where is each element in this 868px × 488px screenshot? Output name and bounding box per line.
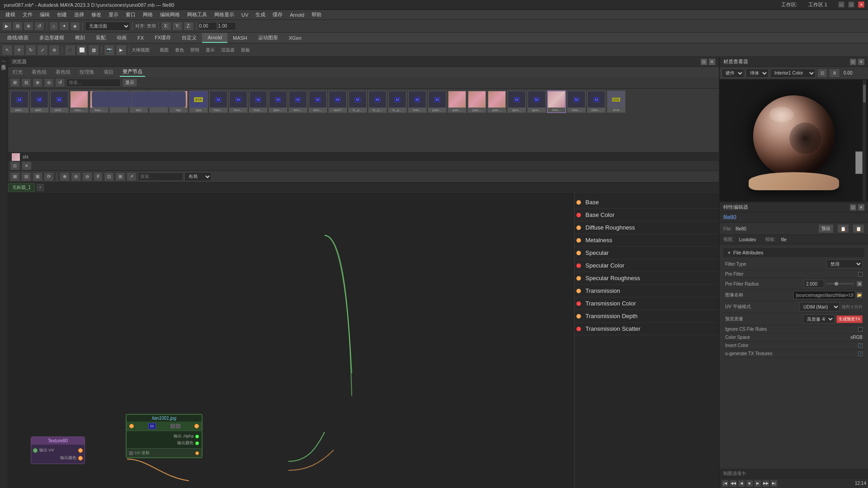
thumb-lxp2[interactable]: Mlx_p... (368, 90, 387, 113)
attr-paste-btn[interactable]: 📋 (853, 224, 864, 233)
attr-specular-dot[interactable] (576, 251, 581, 255)
select-tool-icon[interactable]: ↖ (2, 45, 13, 56)
ne-float-btn[interactable]: ⊡ (10, 161, 20, 170)
preview-scroll-thumb[interactable] (863, 84, 866, 103)
tab-poly[interactable]: 多边形建模 (34, 33, 70, 43)
node-canvas[interactable]: Texture80 输出 UV 输出颜色 (8, 192, 719, 488)
menu-file[interactable]: 文件 (19, 10, 36, 19)
ne-btn-6[interactable]: ⊘ (71, 172, 81, 181)
browser-tab-lights[interactable]: 灯光 (10, 68, 25, 76)
ne-add-tab-btn[interactable]: + (37, 184, 44, 191)
thumb-she[interactable]: Mshe... (567, 90, 586, 113)
attr-transmission-depth-dot[interactable] (576, 314, 581, 319)
thumb-lxp3[interactable]: Mlx_p... (388, 90, 407, 113)
ne-tab-1[interactable]: 无标题_1 (8, 183, 35, 192)
attr-base-color-dot[interactable] (576, 213, 581, 217)
browser-close-btn[interactable]: ✕ (709, 59, 715, 65)
thumb-aim1[interactable]: MaiM... (10, 90, 29, 113)
thumb-han[interactable]: Mhan... (209, 90, 228, 113)
ne-btn-3[interactable]: ⊠ (33, 172, 42, 181)
ne-btn-11[interactable]: ↗ (127, 172, 137, 181)
toolbar-btn-4[interactable]: ↺ (34, 22, 44, 31)
tab-rig[interactable]: 装配 (90, 33, 111, 43)
ne-btn-10[interactable]: ⊞ (115, 172, 125, 181)
browser-tab-textureset[interactable]: 纹理集 (77, 68, 97, 76)
pb-start-btn[interactable]: |◀ (722, 480, 729, 487)
ipr-icon[interactable]: ⬜ (76, 45, 87, 56)
ne-btn-7[interactable]: ⊖ (82, 172, 92, 181)
thumb-hue[interactable]: Mhue... (249, 90, 268, 113)
thumb-sha[interactable]: sha... (547, 90, 566, 113)
toolbar-axis-z[interactable]: Z: (184, 22, 194, 31)
tab-xgen[interactable]: XGen (283, 33, 307, 43)
mat-type-select[interactable]: 硬件 (722, 69, 744, 78)
toolbar-btn-5[interactable]: ⌂ (49, 22, 58, 31)
texture80-uv-out-dot[interactable] (78, 448, 83, 453)
thumb-dis[interactable]: dis... (149, 90, 168, 113)
tab-mash[interactable]: MASH (227, 33, 253, 43)
ne-btn-4[interactable]: ⟳ (44, 172, 54, 181)
attr-specular-roughness-dot[interactable] (576, 276, 581, 281)
pre-filter-checkbox[interactable] (858, 272, 863, 277)
menu-generate[interactable]: 生成 (252, 10, 269, 19)
image-name-input[interactable] (793, 291, 855, 299)
browser-btn-2[interactable]: ⊟ (21, 78, 31, 87)
thumb-hon[interactable]: Mhon... (229, 90, 248, 113)
close-btn[interactable]: ✕ (858, 1, 864, 8)
menu-window[interactable]: 窗口 (122, 10, 139, 19)
mat-color-select[interactable]: Interior1 Color (770, 69, 816, 78)
thumb-pas2[interactable]: pas... (467, 90, 486, 113)
menu-help[interactable]: 帮助 (308, 10, 325, 19)
universal-tool-icon[interactable]: ⊛ (49, 45, 60, 56)
mat-viewer-float-btn[interactable]: ⊡ (850, 59, 856, 65)
toolbar-btn-6[interactable]: ✦ (59, 22, 69, 31)
menu-modify[interactable]: 修改 (88, 10, 105, 19)
scale-tool-icon[interactable]: ⤢ (37, 45, 48, 56)
draw-tab-label[interactable]: 制图选项卡 (720, 470, 750, 477)
menu-edit[interactable]: 编辑 (36, 10, 53, 19)
activity-select[interactable]: 无激活面 (85, 22, 130, 31)
pb-next-btn[interactable]: ▶▶ (762, 480, 769, 487)
mat-btn-2[interactable]: ⏸ (829, 69, 840, 78)
menu-uv[interactable]: UV (238, 11, 252, 19)
browser-tab-project[interactable]: 项目 (101, 68, 116, 76)
thumb-qun2[interactable]: Mqun... (527, 90, 546, 113)
tab-fx[interactable]: FX (132, 33, 149, 43)
thumb-cixiu1[interactable]: cixiu1 (109, 90, 128, 113)
toolbar-btn-7[interactable]: ◈ (70, 22, 80, 31)
attr-preset-btn[interactable]: 预设 (818, 224, 834, 233)
menu-cache[interactable]: 缓存 (269, 10, 286, 19)
thumb-stan[interactable]: Mstan... (587, 90, 606, 113)
menu-mesh[interactable]: 网格 (139, 10, 156, 19)
tab-motion[interactable]: 运动图形 (253, 33, 283, 43)
thumb-mei[interactable]: Mmei... (408, 90, 427, 113)
tab-custom[interactable]: 自定义 (176, 33, 202, 43)
menu-display[interactable]: 显示 (105, 10, 122, 19)
ne-search-input[interactable] (138, 173, 183, 181)
attr-base-dot[interactable] (576, 200, 581, 205)
filter-type-select[interactable]: 禁用 (826, 259, 863, 268)
render-icon[interactable]: ⬛ (65, 45, 75, 56)
browser-btn-5[interactable]: ↺ (55, 78, 65, 87)
ne-btn-8[interactable]: # (94, 172, 103, 181)
ne-layout-select[interactable]: 布局 (184, 172, 212, 181)
menu-select[interactable]: 选择 (71, 10, 88, 19)
attr-transmission-dot[interactable] (576, 289, 581, 293)
ignore-cs-checkbox[interactable] (858, 327, 863, 332)
thumb-iem[interactable]: Miem... (288, 90, 307, 113)
ne-btn-1[interactable]: ⊞ (10, 172, 20, 181)
menu-create[interactable]: 创建 (53, 10, 71, 19)
thumb-jian[interactable]: Mjian... (269, 90, 288, 113)
coord-x-input[interactable] (199, 22, 217, 30)
ne-close-btn[interactable]: ✕ (22, 161, 32, 170)
maximize-btn[interactable]: □ (848, 1, 854, 8)
attr-editor-float-btn[interactable]: ⊡ (850, 204, 856, 211)
lian1001-uv-dot[interactable] (195, 451, 199, 455)
preview-scrollbar[interactable] (863, 80, 866, 201)
uv-tiling-select[interactable]: UDIM (Mari) (799, 302, 840, 311)
color-range-swatch[interactable] (855, 151, 863, 174)
generate-tx-checkbox[interactable] (858, 352, 863, 356)
thumb-lam7[interactable]: Mlam7 (328, 90, 347, 113)
browser-search-input[interactable] (66, 79, 121, 87)
browser-float-btn[interactable]: ⊡ (701, 59, 707, 65)
